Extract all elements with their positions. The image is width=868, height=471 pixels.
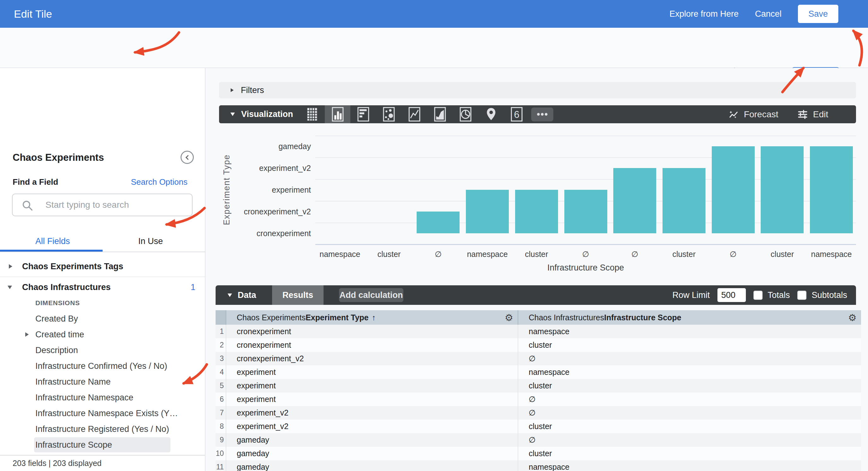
group-divider: [0, 276, 205, 277]
chart-bar[interactable]: [416, 211, 460, 233]
x-axis-tick-label: cluster: [672, 250, 696, 259]
chart-bar[interactable]: [810, 146, 853, 233]
forecast-button[interactable]: Forecast: [728, 109, 778, 120]
chart-bar[interactable]: [761, 146, 804, 233]
cell-infrastructure-scope: cluster: [518, 419, 861, 433]
tabs-divider: [0, 251, 206, 252]
table-chart-icon[interactable]: [299, 105, 325, 123]
row-limit-input[interactable]: [717, 288, 746, 302]
caret-right-icon: [231, 88, 234, 92]
field-label: Infrastructure Namespace: [35, 393, 133, 403]
cell-infrastructure-scope: namespace: [518, 460, 861, 471]
field-label: Infrastructure Confirmed (Yes / No): [35, 361, 167, 371]
field-search-box: [12, 194, 192, 216]
collapse-sidebar-button[interactable]: [181, 151, 194, 164]
x-axis-tick-label: ∅: [730, 250, 737, 259]
chart-bar[interactable]: [662, 168, 706, 233]
table-row[interactable]: 5experimentcluster: [216, 379, 861, 393]
row-limit-label: Row Limit: [672, 290, 710, 300]
field-label: Infrastructure Name: [35, 377, 111, 387]
row-number-column-header: [216, 310, 226, 325]
field-item-infrastructure-namespace[interactable]: Infrastructure Namespace: [0, 390, 205, 405]
more-viz-types-icon[interactable]: [531, 107, 553, 122]
cell-experiment-type: experiment_v2: [226, 419, 518, 433]
field-item-infrastructure-confirmed-yes-no[interactable]: Infrastructure Confirmed (Yes / No): [0, 358, 205, 374]
chart-bar[interactable]: [613, 168, 656, 233]
field-item-created-by[interactable]: Created By: [0, 311, 205, 327]
column-gear-icon[interactable]: ⚙: [505, 312, 513, 323]
pie-chart-icon[interactable]: [453, 105, 478, 123]
single-value-icon[interactable]: 6: [504, 105, 529, 123]
scatter-chart-icon[interactable]: [376, 105, 402, 123]
caret-down-icon[interactable]: [227, 294, 232, 297]
experiment-type-column-chart: cronexperimentcronexperiment_v2experimen…: [206, 123, 868, 338]
table-row[interactable]: 2cronexperimentcluster: [216, 338, 861, 352]
field-item-infrastructure-namespace-exists-y[interactable]: Infrastructure Namespace Exists (Y…: [0, 405, 205, 421]
cell-experiment-type: experiment: [226, 379, 518, 393]
chart-bar[interactable]: [515, 190, 558, 233]
field-item-infrastructure-registered-yes-no[interactable]: Infrastructure Registered (Yes / No): [0, 421, 205, 437]
field-label: Infrastructure Namespace Exists (Y…: [35, 409, 178, 418]
cell-infrastructure-scope: namespace: [518, 365, 861, 379]
table-row[interactable]: 1cronexperimentnamespace: [216, 325, 861, 338]
chart-bar[interactable]: [564, 190, 607, 233]
table-row[interactable]: 8experiment_v2cluster: [216, 419, 861, 433]
sidebar-footer: 203 fields | 203 displayed: [0, 455, 205, 471]
filters-section-toggle[interactable]: Filters: [219, 82, 856, 98]
search-options-link[interactable]: Search Options: [131, 177, 187, 187]
chart-bar[interactable]: [712, 146, 755, 233]
line-chart-icon[interactable]: [402, 105, 427, 123]
table-row[interactable]: 9gameday∅: [216, 433, 861, 447]
map-pin-chart-icon[interactable]: [478, 105, 504, 123]
area-chart-icon[interactable]: [427, 105, 453, 123]
x-axis-tick-label: ∅: [435, 250, 441, 259]
tab-in-use[interactable]: In Use: [138, 236, 163, 246]
table-row[interactable]: 10gamedaycluster: [216, 447, 861, 460]
cell-experiment-type: cronexperiment_v2: [226, 352, 518, 365]
row-number: 10: [216, 447, 226, 460]
cancel-button[interactable]: Cancel: [755, 9, 781, 19]
field-search-input[interactable]: [45, 196, 187, 214]
row-number: 1: [216, 325, 226, 338]
field-item-created-time[interactable]: Created time: [0, 327, 205, 342]
sort-ascending-icon: ↑: [372, 313, 376, 322]
column-gear-icon[interactable]: ⚙: [848, 312, 857, 323]
add-calculation-button[interactable]: Add calculation: [339, 288, 403, 302]
field-item-infrastructure-scope[interactable]: Infrastructure Scope: [0, 437, 205, 453]
explore-from-here-button[interactable]: Explore from Here: [670, 9, 739, 19]
subtotals-checkbox[interactable]: [797, 291, 806, 300]
edit-visualization-button[interactable]: Edit: [797, 109, 828, 120]
table-row[interactable]: 4experimentnamespace: [216, 365, 861, 379]
results-tab[interactable]: Results: [272, 285, 323, 305]
save-button[interactable]: Save: [798, 5, 838, 23]
table-row[interactable]: 11gamedaynamespace: [216, 460, 861, 471]
totals-checkbox[interactable]: [753, 291, 763, 300]
caret-down-icon[interactable]: [230, 112, 235, 116]
y-axis-tick-label: cronexperiment: [216, 229, 311, 238]
field-item-infrastructure-name[interactable]: Infrastructure Name: [0, 374, 205, 390]
tab-all-fields[interactable]: All Fields: [35, 236, 70, 246]
column-chart-icon[interactable]: [325, 105, 350, 123]
field-label: Created By: [35, 314, 78, 324]
dimensions-section-header: DIMENSIONS: [0, 295, 205, 311]
column-header-experiment-type[interactable]: Chaos ExperimentsExperiment Type ↑ ⚙: [226, 310, 518, 325]
group-chaos-experiments-tags[interactable]: Chaos Experiments Tags: [0, 259, 205, 274]
x-axis-tick-label: cluster: [377, 250, 401, 259]
row-number: 3: [216, 352, 226, 365]
caret-right-icon[interactable]: [9, 264, 12, 269]
chart-bar[interactable]: [466, 190, 509, 233]
x-axis-tick-label: cluster: [525, 250, 548, 259]
caret-right-icon[interactable]: [25, 332, 29, 337]
column-header-infrastructure-scope[interactable]: Chaos InfrastructuresInfrastructure Scop…: [518, 310, 861, 325]
field-item-description[interactable]: Description: [0, 342, 205, 358]
row-number: 2: [216, 338, 226, 352]
edit-tile-page: Edit Tile Explore from Here Cancel Save …: [0, 0, 868, 471]
bar-chart-icon[interactable]: [350, 105, 376, 123]
data-section-bar: Data Results Add calculation Row Limit T…: [216, 285, 856, 305]
table-row[interactable]: 7experiment_v2∅: [216, 406, 861, 419]
group-chaos-infrastructures[interactable]: Chaos Infrastructures 1: [0, 279, 205, 295]
table-row[interactable]: 3cronexperiment_v2∅: [216, 352, 861, 365]
caret-down-icon[interactable]: [7, 285, 12, 289]
cell-infrastructure-scope: namespace: [518, 325, 861, 338]
table-row[interactable]: 6experiment∅: [216, 393, 861, 406]
